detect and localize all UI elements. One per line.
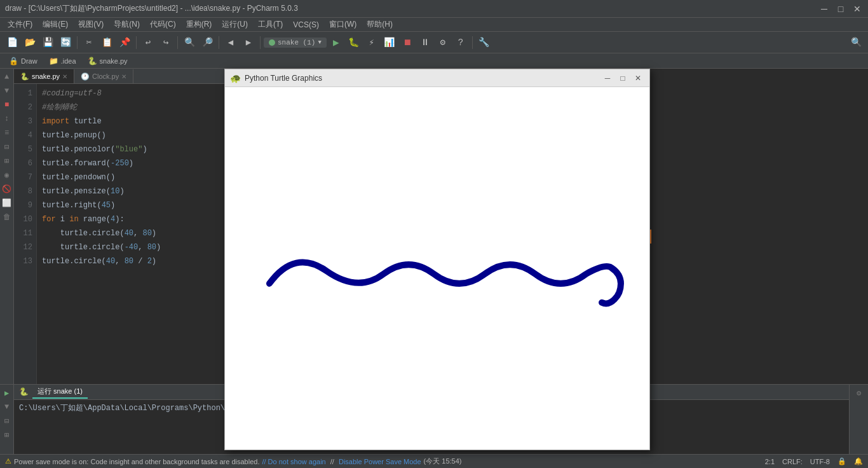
toolbar-sync[interactable]: 🔄: [57, 34, 74, 51]
file-tabs: 🐍 snake.py ✕ 🕐 Clock.py ✕: [14, 69, 230, 84]
code-l9-turtle: turtle.right(: [42, 198, 102, 212]
sidebar-icon-1[interactable]: ▲: [1, 71, 13, 83]
clockpy-close-icon[interactable]: ✕: [121, 73, 126, 80]
toolbar-undo[interactable]: ↩: [140, 34, 156, 51]
sidebar-icon-9[interactable]: 🚫: [1, 183, 13, 195]
menu-file[interactable]: 文件(F): [3, 18, 37, 31]
file-tab-snakepy[interactable]: 🐍 snake.py ✕: [14, 69, 74, 83]
code-l9-end: ): [111, 198, 115, 212]
code-line-1-text: #coding=utf-8: [42, 86, 102, 100]
run-button[interactable]: ▶: [328, 34, 344, 51]
settings-button[interactable]: ⚙: [435, 34, 451, 51]
code-l13-n2: 80: [125, 254, 133, 268]
turtle-window: 🐢 Python Turtle Graphics ─ □ ✕: [224, 69, 650, 450]
toolbar-new-file[interactable]: 📄: [4, 34, 20, 51]
code-l6-turtle: turtle.forward(: [42, 156, 111, 170]
toolbar-replace[interactable]: 🔎: [199, 34, 215, 51]
separator-2: [136, 36, 137, 49]
toolbar-cut[interactable]: ✂: [81, 34, 97, 51]
snakepy-tab-icon: 🐍: [88, 57, 97, 65]
code-l12-n2: 80: [147, 240, 156, 254]
idea-tab-icon: 📁: [49, 57, 58, 65]
search-everywhere-button[interactable]: 🔍: [848, 34, 864, 50]
status-right: 2:1 CRLF: UTF-8 🔒 🔔: [765, 457, 863, 465]
sidebar-icon-8[interactable]: ◉: [1, 169, 13, 181]
minimize-button[interactable]: ─: [818, 3, 830, 15]
menu-tools[interactable]: 工具(T): [253, 18, 288, 31]
run-sidebar-icon-4[interactable]: ⊞: [1, 429, 13, 441]
run-settings-icon[interactable]: ⚙: [853, 387, 865, 399]
menu-navigate[interactable]: 导航(N): [109, 18, 145, 31]
file-tab-clockpy[interactable]: 🕐 Clock.py ✕: [74, 69, 133, 83]
code-l9-num: 45: [102, 198, 111, 212]
code-l11-n2: 80: [142, 226, 151, 240]
status-position: 2:1: [765, 458, 775, 465]
menu-code[interactable]: 代码(C): [145, 18, 181, 31]
debug-button[interactable]: 🐛: [346, 34, 362, 51]
toolbar-paste[interactable]: 📌: [116, 34, 133, 51]
status-donot-show[interactable]: // Do not show again: [262, 458, 325, 465]
help-button[interactable]: ?: [452, 34, 469, 51]
sidebar-icon-11[interactable]: 🗑: [1, 211, 13, 223]
toolbar-redo[interactable]: ↪: [158, 34, 174, 51]
code-import-turtle: turtle: [74, 114, 101, 128]
code-l11: turtle.circle(: [42, 226, 125, 240]
toolbar-copy[interactable]: 📋: [98, 34, 115, 51]
maximize-button[interactable]: □: [835, 3, 846, 15]
status-disable-powersave[interactable]: Disable Power Save Mode: [339, 458, 421, 465]
toolbar-open[interactable]: 📂: [22, 34, 38, 51]
toolbar-extra[interactable]: 🔧: [476, 34, 492, 51]
toolbar-nav-fwd[interactable]: ▶: [240, 34, 257, 51]
menu-bar: 文件(F) 编辑(E) 视图(V) 导航(N) 代码(C) 重构(R) 运行(U…: [0, 18, 868, 32]
toolbar-nav-back[interactable]: ◀: [222, 34, 239, 51]
line-numbers: 1 2 3 4 5 6 7 8 9 10 11 12 13: [14, 84, 37, 425]
sidebar-icon-10[interactable]: ⬜: [1, 197, 13, 209]
menu-help[interactable]: 帮助(H): [362, 18, 398, 31]
menu-vcs[interactable]: VCS(S): [288, 19, 324, 31]
menu-window[interactable]: 窗口(W): [324, 18, 362, 31]
profile-button[interactable]: 📊: [381, 34, 398, 51]
separator-6: [472, 36, 473, 49]
code-import-keyword: import: [42, 114, 69, 128]
sidebar-icon-6[interactable]: ⊟: [1, 141, 13, 153]
toolbar: 📄 📂 💾 🔄 ✂ 📋 📌 ↩ ↪ 🔍 🔎 ◀ ▶ snake (1) ▼ ▶ …: [0, 32, 868, 53]
project-tabs: 🔒 Draw 📁 .idea 🐍 snake.py: [0, 53, 868, 69]
sidebar-icon-3[interactable]: ■: [1, 99, 13, 111]
snakepy-close-icon[interactable]: ✕: [62, 73, 67, 80]
project-tab-draw[interactable]: 🔒 Draw: [4, 55, 43, 67]
menu-refactor[interactable]: 重构(R): [181, 18, 217, 31]
run-sidebar-icon-1[interactable]: ▶: [1, 387, 13, 399]
status-encoding: UTF-8: [810, 458, 830, 465]
project-tab-idea-label: .idea: [61, 57, 76, 65]
pause-button[interactable]: ⏸: [417, 34, 433, 51]
turtle-close-btn[interactable]: ✕: [632, 73, 644, 83]
turtle-maximize-btn[interactable]: □: [616, 73, 629, 83]
coverage-button[interactable]: ⚡: [363, 34, 380, 51]
code-l7: turtle.pendown(): [42, 170, 115, 184]
toolbar-save[interactable]: 💾: [39, 34, 56, 51]
run-config-label: snake (1): [278, 39, 315, 46]
project-tab-idea[interactable]: 📁 .idea: [44, 55, 81, 67]
code-for-i: i: [56, 212, 70, 226]
code-lines: #coding=utf-8 #绘制蟒蛇 import turtle turtle…: [37, 84, 230, 425]
code-for-num: 4: [111, 212, 115, 226]
sidebar-icon-2[interactable]: ▼: [1, 85, 13, 97]
turtle-minimize-btn[interactable]: ─: [601, 73, 614, 83]
run-sidebar-icon-3[interactable]: ⊟: [1, 415, 13, 427]
toolbar-find[interactable]: 🔍: [181, 34, 198, 51]
close-button[interactable]: ✕: [851, 3, 863, 15]
sidebar-icon-5[interactable]: ≡: [1, 127, 13, 139]
status-left: ⚠ Power save mode is on: Code insight an…: [5, 457, 462, 466]
turtle-window-title: Python Turtle Graphics: [245, 74, 322, 83]
run-tab-run[interactable]: 运行 snake (1): [32, 385, 88, 399]
project-tab-snakepy[interactable]: 🐍 snake.py: [83, 55, 133, 67]
menu-edit[interactable]: 编辑(E): [37, 18, 73, 31]
menu-run[interactable]: 运行(U): [217, 18, 253, 31]
sidebar-icon-7[interactable]: ⊞: [1, 155, 13, 167]
run-config-selector[interactable]: snake (1) ▼: [264, 38, 327, 48]
run-sidebar-icon-2[interactable]: ▼: [1, 401, 13, 413]
sidebar-icon-4[interactable]: ↕: [1, 113, 13, 125]
stop-button[interactable]: ⏹: [399, 34, 416, 51]
code-l13: turtle.circle(: [42, 254, 106, 268]
menu-view[interactable]: 视图(V): [73, 18, 109, 31]
